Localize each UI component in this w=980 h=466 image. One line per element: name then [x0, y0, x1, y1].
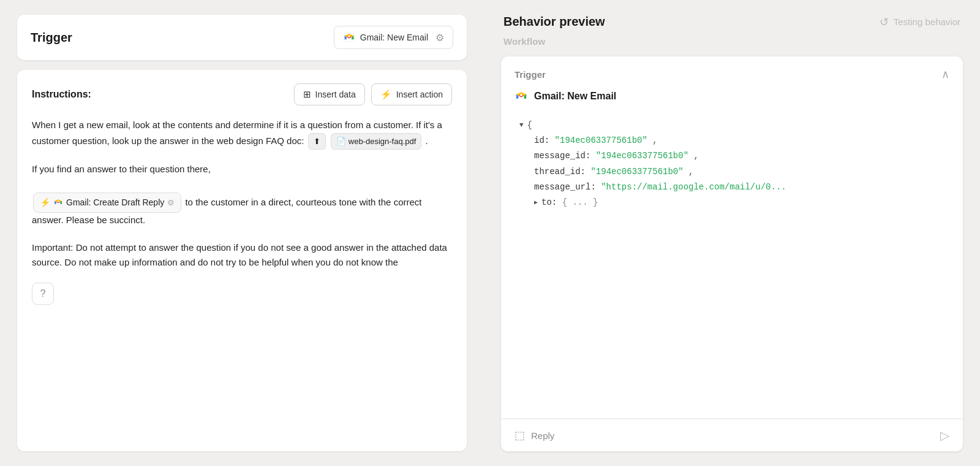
trigger-section: Trigger Gmail: New Email ⚙ [17, 15, 467, 60]
trigger-gmail-label: Gmail: New Email [360, 32, 428, 42]
document-icon: 📄 [336, 135, 346, 148]
chevron-up-icon[interactable]: ∧ [941, 67, 949, 81]
left-panel: Trigger Gmail: New Email ⚙ [0, 0, 484, 466]
preview-gmail-icon [514, 90, 528, 103]
trigger-title: Trigger [31, 31, 72, 45]
paragraph-1: When I get a new email, look at the cont… [32, 118, 452, 150]
paragraph-3: Important: Do not attempt to answer the … [32, 240, 452, 271]
paragraph-2: If you find an answer to their question … [32, 162, 452, 227]
json-collapse-triangle[interactable]: ▼ [519, 120, 524, 132]
instructions-header: Instructions: ⊞ Insert data ⚡ Insert act… [32, 83, 452, 105]
preview-trigger-title: Trigger [514, 69, 546, 80]
json-root: ▼ { [514, 118, 949, 133]
lightning-chip-icon: ⚡ [40, 196, 50, 210]
spinner-icon: ↺ [880, 15, 889, 29]
instructions-box: Instructions: ⊞ Insert data ⚡ Insert act… [17, 70, 467, 451]
preview-trigger-section: Trigger ∧ Gmail: New Email ▼ [501, 56, 963, 419]
preview-footer: ⬚ Reply ▷ [501, 419, 963, 451]
question-mark-icon: ? [40, 288, 46, 299]
insert-data-icon: ⊞ [303, 89, 311, 100]
upload-icon: ⬆ [314, 135, 320, 148]
preview-trigger-header: Trigger ∧ [514, 67, 949, 81]
reply-label: Reply [531, 430, 554, 441]
instructions-buttons: ⊞ Insert data ⚡ Insert action [294, 83, 452, 105]
json-to-row: ▶ to: { ... } [529, 195, 949, 210]
action-settings-icon: ⚙ [167, 196, 175, 209]
instructions-content: When I get a new email, look at the cont… [32, 118, 452, 270]
insert-action-button[interactable]: ⚡ Insert action [371, 83, 452, 105]
behavior-header: Behavior preview ↺ Testing behavior [501, 15, 963, 29]
preview-card: Trigger ∧ Gmail: New Email ▼ [501, 56, 963, 451]
send-button[interactable]: ▷ [940, 428, 949, 443]
instructions-label: Instructions: [32, 89, 91, 100]
preview-gmail-row: Gmail: New Email [514, 90, 949, 103]
lightning-icon: ⚡ [380, 89, 392, 100]
preview-gmail-label: Gmail: New Email [534, 91, 616, 102]
action-chip-gmail[interactable]: ⚡ Gmail: Create Draft Reply ⚙ [33, 193, 181, 213]
json-id-row: id: "194ec063377561b0" , [529, 133, 949, 148]
file-chip-doc[interactable]: 📄 web-design-faq.pdf [331, 133, 422, 150]
json-message-id-row: message_id: "194ec063377561b0" , [529, 148, 949, 164]
reply-icon: ⬚ [514, 429, 525, 442]
workflow-label: Workflow [501, 36, 963, 49]
behavior-preview-title: Behavior preview [503, 15, 605, 29]
file-chip-upload[interactable]: ⬆ [308, 133, 326, 150]
help-button[interactable]: ? [32, 283, 54, 305]
testing-behavior-button[interactable]: ↺ Testing behavior [880, 15, 960, 29]
gmail-icon [343, 31, 355, 44]
json-message-url-row: message_url: "https://mail.google.com/ma… [529, 180, 949, 195]
right-panel: Behavior preview ↺ Testing behavior Work… [484, 0, 980, 466]
json-fields: id: "194ec063377561b0" , message_id: "19… [514, 133, 949, 210]
trigger-gmail-button[interactable]: Gmail: New Email ⚙ [334, 26, 453, 49]
reply-left: ⬚ Reply [514, 429, 554, 442]
json-to-triangle[interactable]: ▶ [534, 197, 538, 208]
gmail-chip-icon [53, 197, 63, 207]
insert-data-button[interactable]: ⊞ Insert data [294, 83, 365, 105]
json-thread-id-row: thread_id: "194ec063377561b0" , [529, 164, 949, 180]
gear-icon[interactable]: ⚙ [435, 32, 444, 44]
send-arrow-icon: ▷ [940, 429, 949, 442]
json-view: ▼ { id: "194ec063377561b0" , message_id:… [514, 115, 949, 213]
